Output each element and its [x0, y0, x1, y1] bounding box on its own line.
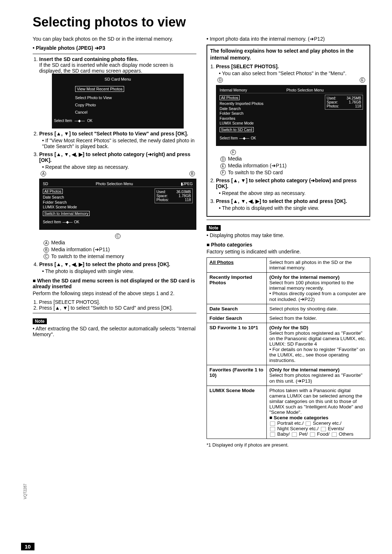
cat-name: SD Favorite 1 to 10*1 [207, 323, 267, 365]
sd-card-menu-screenshot: SD Card Menu View Most Recent Photos Sel… [52, 74, 184, 129]
step-2-heading: Press [▲, ▼] to select "Select Photo to … [39, 131, 188, 137]
step-3-bullet: Repeat the above step as necessary. [42, 164, 196, 170]
cat-desc: Photos taken with a Panasonic digital ca… [267, 386, 370, 439]
psel-title: Photo Selection Menu [286, 88, 324, 92]
marker-c-icon: C [115, 233, 121, 239]
page-title: Selecting photos to view [33, 15, 370, 30]
cat-desc: Select photos by shooting date. [267, 304, 370, 313]
note-label: Note [33, 318, 47, 324]
cat-name: Date Search [207, 304, 267, 313]
photo-selection-menu-sd: SD Photo Selection Menu ▮JPEG All Photos… [39, 179, 196, 230]
marker-b-icon: B [189, 171, 195, 176]
cat-desc: (Only for the internal memory) Select fr… [267, 273, 370, 304]
note-body: Displaying photos may take time. [207, 232, 370, 238]
categories-table: All Photos Select from all photos in the… [207, 257, 370, 439]
pet-icon [292, 432, 297, 437]
cat-name: Favorites (Favorite 1 to 10) [207, 365, 267, 386]
jpeg-icon: ▮JPEG [181, 182, 193, 186]
cat-desc: Select from all photos in the SD or the … [267, 258, 370, 272]
import-line: Import photo data into the internal memo… [207, 36, 370, 42]
others-icon [332, 432, 337, 437]
marker-f-desc: FTo switch to the SD card [220, 170, 367, 176]
psel-category-list: All Photos Recently Imported Photos Date… [220, 95, 320, 133]
im-step-3-heading: Press [▲, ▼, ◀, ▶] to select the photo a… [216, 198, 347, 204]
when-step-1: 1. Press [SELECT PHOTOS]. [33, 299, 196, 305]
nav-hint: Select Item —◆— OK [54, 119, 182, 123]
step-3-heading: Press [▲, ▼, ◀, ▶] to select photo categ… [39, 151, 190, 163]
when-body: Perform the following steps instead of t… [33, 290, 196, 297]
im-step-2-bullet: Repeat the above step as necessary. [219, 190, 367, 196]
cat-name: All Photos [207, 258, 267, 272]
cat-desc: Select from the folder. [267, 314, 370, 323]
note-label: Note [207, 225, 221, 231]
psel-category-list: All Photos Date Search Folder Search LUM… [43, 188, 150, 217]
step-4-bullet: The photo is displayed with single view. [42, 268, 196, 274]
intro-text: You can play back photos on the SD or in… [33, 36, 196, 42]
step-4-heading: Press [▲, ▼, ◀, ▶] to select the photo a… [39, 261, 170, 267]
im-step-1-heading: Press [SELECT PHOTOS]. [216, 64, 279, 69]
marker-d-icon: D [217, 77, 223, 83]
im-step-3-bullet: The photo is displayed with the single v… [219, 205, 367, 211]
psel-media: Internal Memory [220, 88, 247, 92]
baby-icon [270, 432, 275, 437]
cat-name: Folder Search [207, 314, 267, 323]
categories-sub: Factory setting is indicated with underl… [207, 248, 370, 255]
cat-desc: (Only for the internal memory) Select fr… [267, 365, 370, 386]
sd-steps: Insert the SD card containing photo file… [39, 56, 196, 274]
right-column: Import photo data into the internal memo… [207, 36, 370, 451]
step-2-bullet: If "View Most Recent Photos" is selected… [42, 138, 196, 149]
sd-menu-item: Cancel [75, 109, 182, 115]
night-scenery-icon [270, 427, 275, 431]
cat-name: LUMIX Scene Mode [207, 386, 267, 439]
when-step-2: 2. Press [▲, ▼] to select "Switch to SD … [33, 305, 196, 311]
box-intro: The following explains how to select and… [210, 48, 367, 61]
marker-f-icon: F [230, 150, 236, 155]
im-step-1-bullet: You can also select from "Select Photos"… [219, 70, 367, 76]
step-1-body: If the SD card is inserted while each di… [39, 62, 196, 74]
sd-menu-item: Select Photo to View [75, 95, 182, 101]
marker-e-icon: E [360, 77, 365, 83]
photo-selection-menu-internal: Internal Memory Photo Selection Menu All… [216, 85, 367, 146]
sd-menu-item: View Most Recent Photos [75, 86, 124, 92]
marker-e-desc: EMedia information (➔P11) [220, 163, 367, 169]
marker-a-icon: A [41, 171, 46, 176]
left-column: You can play back photos on the SD or in… [33, 36, 196, 451]
playable-photos: Playable photos (JPEG) ➔P3 [33, 45, 196, 52]
cat-desc: (Only for the SD) Select from photos reg… [267, 323, 370, 365]
events-icon [321, 427, 326, 431]
sd-menu-title: SD Card Menu [54, 76, 182, 82]
food-icon [310, 432, 315, 437]
psel-stats: Used:36.03MB Space:1.78GB Photos:118 [155, 188, 193, 203]
scenery-icon [306, 421, 311, 426]
step-1-heading: Insert the SD card containing photo file… [39, 56, 138, 62]
cat-name: Recently Imported Photos [207, 273, 267, 304]
categories-heading: Photo categories [207, 242, 370, 248]
footnote: *1 Displayed only if photos are present. [207, 442, 370, 448]
two-column-layout: You can play back photos on the SD or in… [33, 36, 370, 451]
sd-menu-item: Copy Photo [75, 102, 182, 108]
marker-b-desc: BMedia information (➔P11) [44, 247, 196, 253]
im-step-2-heading: Press [▲, ▼] to select photo category (➔… [216, 178, 356, 189]
note-body: After extracting the SD card, the select… [33, 326, 196, 337]
psel-stats: Used:34.25MB Space:1.76GB Photos:118 [325, 95, 363, 110]
internal-memory-box: The following explains how to select and… [207, 45, 370, 217]
psel-title: Photo Selection Menu [96, 182, 133, 186]
marker-a-desc: AMedia [44, 240, 196, 246]
portrait-icon [270, 421, 275, 426]
psel-media: SD [43, 182, 48, 186]
when-heading: When the SD card menu screen is not disp… [33, 278, 196, 289]
marker-d-desc: DMedia [220, 156, 367, 162]
marker-c-desc: CTo switch to the internal memory [44, 253, 196, 260]
